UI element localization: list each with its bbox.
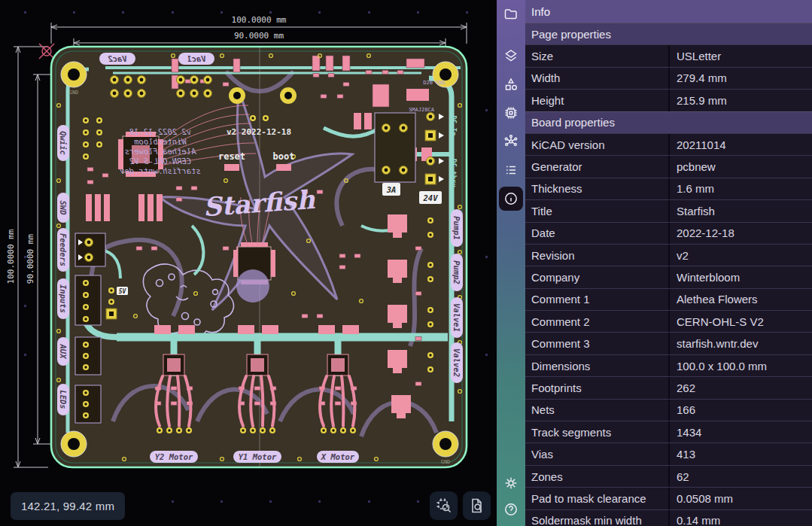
- panel-title-text: Info: [531, 5, 550, 18]
- pump2-label: Pump2: [452, 260, 461, 284]
- nets-button[interactable]: [499, 129, 523, 154]
- prop-name: Size: [525, 50, 668, 62]
- prop-value: pcbnew: [668, 156, 812, 177]
- prop-name: Thickness: [525, 182, 668, 195]
- prop-value: USLetter: [668, 45, 812, 66]
- table-row: Vias413: [525, 442, 812, 464]
- page-magnifier-icon: [469, 497, 485, 514]
- table-row: CompanyWinterbloom: [525, 266, 812, 287]
- amp-badge: 3A: [386, 185, 397, 194]
- back-silk-line: CERN-OHL-S V2: [129, 157, 191, 166]
- pcb-viewer-pane: 100.0000 mm 90.0000 mm 100.0000 mm 90.00…: [0, 0, 497, 526]
- dim-left-inner: 90.0000 mm: [26, 234, 35, 284]
- layers-button[interactable]: [499, 44, 523, 68]
- kicanvas-app: 100.0000 mm 90.0000 mm 100.0000 mm 90.00…: [0, 0, 812, 526]
- pcb-canvas[interactable]: 100.0000 mm 90.0000 mm 100.0000 mm 90.00…: [0, 0, 497, 526]
- prop-name: Date: [525, 227, 668, 239]
- settings-icon: [503, 476, 519, 491]
- zoom-to-board-button[interactable]: [430, 491, 458, 520]
- dc-in-label: DC In: [450, 115, 458, 135]
- volt-badge: 24V: [423, 193, 439, 202]
- prop-name: Soldermask min width: [525, 514, 668, 526]
- prop-value: Alethea Flowers: [668, 289, 812, 310]
- table-row: Soldermask min width0.14 mm: [525, 509, 812, 526]
- board-version-date: v2 2022-12-18: [227, 127, 291, 137]
- settings-button[interactable]: [499, 471, 523, 495]
- prop-value: 100.0 x 100.0 mm: [668, 355, 812, 376]
- properties-button[interactable]: [499, 158, 523, 182]
- table-row: Generatorpcbnew: [525, 155, 812, 177]
- section-header-board-properties: Board properties: [525, 111, 812, 133]
- prop-name: Vias: [525, 448, 668, 461]
- prop-name: Pad to mask clearance: [525, 492, 668, 505]
- prop-value: starfish.wntr.dev: [668, 333, 812, 354]
- dim-top-outer: 100.0000 mm: [232, 15, 287, 25]
- qwiic-label: Qwiic: [59, 131, 68, 155]
- prop-name: Comment 2: [525, 315, 668, 328]
- section-header-page-properties: Page properties: [525, 23, 812, 44]
- aux-label: AUX: [59, 344, 68, 360]
- prop-name: Footprints: [525, 382, 668, 394]
- table-row: Revisionv2: [525, 244, 812, 266]
- table-row: Width279.4 mm: [525, 67, 812, 89]
- gnd-label: GND: [69, 90, 79, 96]
- zoom-to-page-button[interactable]: [463, 491, 491, 520]
- prop-value: 62: [668, 466, 812, 487]
- prop-name: Company: [525, 271, 668, 284]
- file-button[interactable]: [499, 2, 523, 26]
- prop-value: 215.9 mm: [668, 90, 812, 111]
- valve2-label: Valve2: [452, 348, 461, 377]
- prop-value: Winterbloom: [668, 266, 812, 287]
- prop-name: Nets: [525, 403, 668, 416]
- help-icon: [503, 502, 519, 517]
- table-row: Comment 2CERN-OHL-S V2: [525, 310, 812, 332]
- prop-value: 1.6 mm: [668, 178, 812, 199]
- layers-icon: [503, 48, 519, 63]
- cursor-position-text: 142.21, 99.42 mm: [21, 500, 114, 512]
- boot-label: boot: [273, 151, 295, 162]
- info-icon: [503, 191, 519, 206]
- back-silk-line: Alethea Flowers: [125, 147, 197, 156]
- micro-ref: SMAJ28CA: [409, 107, 435, 113]
- cursor-position-badge: 142.21, 99.42 mm: [11, 492, 125, 520]
- y1-motor-label: Y1 Motor: [239, 452, 277, 461]
- properties-icon: [503, 163, 519, 178]
- activity-bar: [497, 0, 525, 526]
- prop-name: Width: [525, 71, 668, 84]
- help-button[interactable]: [499, 497, 523, 521]
- objects-icon: [503, 77, 519, 92]
- prop-value: 1434: [668, 421, 812, 442]
- leds-label: LEDs: [59, 390, 68, 409]
- board-magnifier-icon: [436, 497, 452, 514]
- prop-name: Comment 1: [525, 293, 668, 306]
- table-row: Date2022-12-18: [525, 222, 812, 244]
- footprints-button[interactable]: [499, 101, 523, 125]
- dim-left-outer: 100.0000 mm: [6, 229, 16, 284]
- valve1-label: Valve1: [452, 303, 461, 332]
- back-silk-line: v2 2022-12-18: [129, 127, 191, 136]
- dim-top-inner: 90.0000 mm: [234, 31, 284, 41]
- prop-name: Track segments: [525, 426, 668, 439]
- table-row: Footprints262: [525, 376, 812, 398]
- folder-icon: [503, 7, 519, 22]
- inputs-label: Inputs: [59, 284, 68, 313]
- back-silk-line: Winterbloom: [134, 137, 187, 146]
- table-row: KiCAD version20211014: [525, 133, 812, 155]
- table-row: TitleStarfish: [525, 199, 812, 221]
- vac2-label: Vac2: [108, 54, 126, 63]
- prop-name: Comment 3: [525, 337, 668, 350]
- prop-value: 262: [668, 377, 812, 398]
- objects-button[interactable]: [499, 72, 523, 96]
- swd-label: SWD: [59, 201, 68, 215]
- origin-marker-icon: [39, 44, 54, 59]
- reset-label: reset: [218, 151, 245, 162]
- prop-value: v2: [668, 245, 812, 266]
- table-row: Track segments1434: [525, 421, 812, 442]
- nets-icon: [503, 134, 519, 149]
- x-motor-label: X Motor: [321, 452, 355, 461]
- info-button[interactable]: [499, 187, 523, 211]
- back-silk-line: starfish.wntr.dev: [120, 166, 201, 175]
- pump1-label: Pump1: [452, 216, 461, 240]
- prop-value: 279.4 mm: [668, 68, 812, 89]
- y2-motor-label: Y2 Motor: [155, 452, 193, 461]
